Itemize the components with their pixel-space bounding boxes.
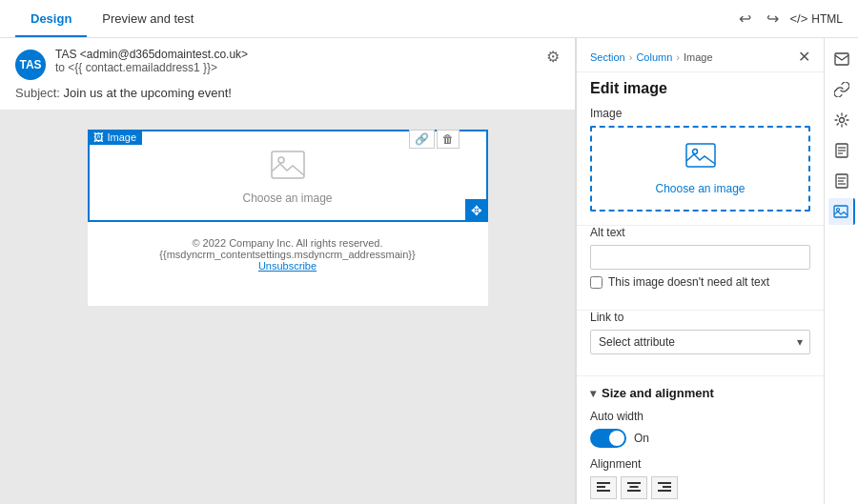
svg-rect-6 <box>597 490 610 492</box>
breadcrumb-column[interactable]: Column <box>636 51 672 63</box>
email-header-row: TAS TAS <admin@d365domaintest.co.uk> to … <box>15 48 560 80</box>
image-link-button[interactable]: 🔗 <box>409 130 435 149</box>
tab-preview[interactable]: Preview and test <box>87 2 209 37</box>
link-to-label: Link to <box>590 311 810 324</box>
image-move-handle[interactable]: ✥ <box>465 199 488 222</box>
svg-rect-7 <box>627 482 641 484</box>
rail-settings-button[interactable] <box>828 107 855 133</box>
svg-rect-8 <box>630 486 639 488</box>
align-center-button[interactable] <box>621 476 647 499</box>
rail-link-button[interactable] <box>828 76 855 103</box>
redo-button[interactable]: ↪ <box>763 6 783 31</box>
top-actions: ↩ ↪ </> HTML <box>735 6 843 31</box>
alt-text-checkbox-row: This image doesn't need alt text <box>590 275 810 289</box>
link-to-section: Link to Select attribute ▾ <box>577 311 824 368</box>
rail-content-button[interactable] <box>828 137 855 164</box>
svg-rect-5 <box>597 486 605 488</box>
top-tabs: Design Preview and test <box>15 1 209 36</box>
panel-header: Section › Column › Image ✕ <box>577 38 824 72</box>
link-to-select[interactable]: Select attribute <box>590 330 810 354</box>
alignment-label: Alignment <box>590 457 810 471</box>
svg-rect-13 <box>835 53 848 65</box>
panel-title: Edit image <box>577 72 824 107</box>
svg-rect-11 <box>663 486 671 488</box>
toggle-knob <box>609 431 624 446</box>
svg-rect-10 <box>658 482 671 484</box>
avatar: TAS <box>15 50 46 80</box>
icon-rail <box>824 38 858 504</box>
canvas-body: 🖼 Image 🔗 🗑 <box>0 111 575 504</box>
breadcrumb-section[interactable]: Section <box>590 51 625 63</box>
image-placeholder-text: Choose an image <box>242 192 332 205</box>
svg-point-24 <box>836 209 839 212</box>
unsubscribe-link[interactable]: Unsubscribe <box>258 260 317 272</box>
image-upload-icon <box>685 143 716 174</box>
size-alignment-label: Size and alignment <box>602 386 714 400</box>
svg-rect-4 <box>597 482 610 484</box>
align-left-button[interactable] <box>590 476 617 499</box>
subject-text: Join us at the upcoming event! <box>64 86 232 100</box>
alt-text-section: Alt text This image doesn't need alt tex… <box>577 226 824 302</box>
image-upload-section: Image Choose an image <box>577 107 824 225</box>
alignment-buttons <box>590 476 810 499</box>
tab-design[interactable]: Design <box>15 2 87 37</box>
breadcrumb-sep-2: › <box>676 51 680 63</box>
size-alignment-section: Auto width On Alignment <box>577 410 824 504</box>
breadcrumb: Section › Column › Image <box>590 51 713 63</box>
footer-line2: {{msdyncrm_contentsettings.msdyncrm_addr… <box>103 249 473 260</box>
settings-button[interactable]: ⚙ <box>546 48 560 66</box>
rail-image-button[interactable] <box>828 198 855 225</box>
size-alignment-header[interactable]: ▾ Size and alignment <box>577 376 824 410</box>
image-upload-text: Choose an image <box>655 182 745 195</box>
image-block-actions: 🔗 🗑 <box>409 130 460 149</box>
svg-point-3 <box>692 149 697 153</box>
image-upload-area[interactable]: Choose an image <box>590 126 810 212</box>
code-icon: </> <box>790 11 808 26</box>
canvas-area: TAS TAS <admin@d365domaintest.co.uk> to … <box>0 38 576 504</box>
rail-email-button[interactable] <box>828 46 855 72</box>
email-canvas: 🖼 Image 🔗 🗑 <box>88 130 488 306</box>
auto-width-toggle[interactable] <box>590 429 626 448</box>
alt-text-label: Alt text <box>590 226 810 239</box>
right-panel: Section › Column › Image ✕ Edit image Im… <box>576 38 824 504</box>
undo-button[interactable]: ↩ <box>735 6 755 31</box>
alt-text-checkbox[interactable] <box>590 276 603 289</box>
top-bar: Design Preview and test ↩ ↪ </> HTML <box>0 0 858 38</box>
html-button[interactable]: </> HTML <box>790 11 843 26</box>
breadcrumb-image: Image <box>684 51 713 63</box>
svg-rect-12 <box>658 490 671 492</box>
alt-text-input[interactable] <box>590 245 810 270</box>
link-to-wrapper: Select attribute ▾ <box>590 330 810 354</box>
svg-rect-9 <box>627 490 641 492</box>
footer-line1: © 2022 Company Inc. All rights reserved. <box>103 237 473 249</box>
image-block-label: 🖼 Image <box>88 130 143 145</box>
image-upload-label: Image <box>590 107 810 120</box>
svg-point-1 <box>278 157 284 163</box>
email-footer: © 2022 Company Inc. All rights reserved.… <box>88 222 488 287</box>
breadcrumb-sep-1: › <box>629 51 633 63</box>
toggle-on-text: On <box>634 432 649 445</box>
image-delete-button[interactable]: 🗑 <box>437 130 460 149</box>
svg-rect-2 <box>686 144 715 167</box>
image-block-wrapper: 🖼 Image 🔗 🗑 <box>88 130 488 222</box>
svg-rect-23 <box>834 206 848 217</box>
rail-text-button[interactable] <box>828 168 855 194</box>
html-label: HTML <box>811 12 843 26</box>
svg-point-14 <box>839 118 844 123</box>
collapse-chevron-icon: ▾ <box>590 387 596 400</box>
alt-text-checkbox-label: This image doesn't need alt text <box>608 275 769 289</box>
email-to: to <{{ contact.emailaddress1 }}> <box>55 61 537 74</box>
subject-line: Subject: Join us at the upcoming event! <box>15 84 560 100</box>
email-header: TAS TAS <admin@d365domaintest.co.uk> to … <box>0 38 575 111</box>
image-label-text: Image <box>108 131 137 143</box>
auto-width-label: Auto width <box>590 410 810 423</box>
align-right-button[interactable] <box>651 476 678 499</box>
close-button[interactable]: ✕ <box>798 48 810 66</box>
email-meta: TAS <admin@d365domaintest.co.uk> to <{{ … <box>55 48 537 74</box>
main-content: TAS TAS <admin@d365domaintest.co.uk> to … <box>0 38 858 504</box>
image-icon: 🖼 <box>93 131 104 143</box>
email-from: TAS <admin@d365domaintest.co.uk> <box>55 48 537 61</box>
svg-rect-0 <box>272 151 304 178</box>
toggle-row: On <box>590 429 810 448</box>
image-placeholder-icon <box>271 151 305 186</box>
